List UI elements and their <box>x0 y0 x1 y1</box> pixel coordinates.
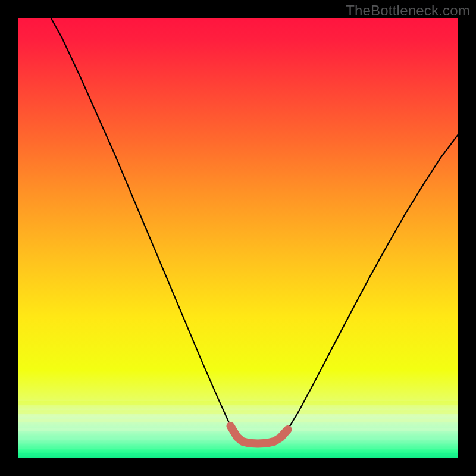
chart-area <box>18 18 458 458</box>
bottleneck-chart <box>18 18 458 458</box>
gradient-bands <box>18 403 458 455</box>
watermark-label: TheBottleneck.com <box>346 2 470 19</box>
app-frame: TheBottleneck.com <box>0 0 476 476</box>
